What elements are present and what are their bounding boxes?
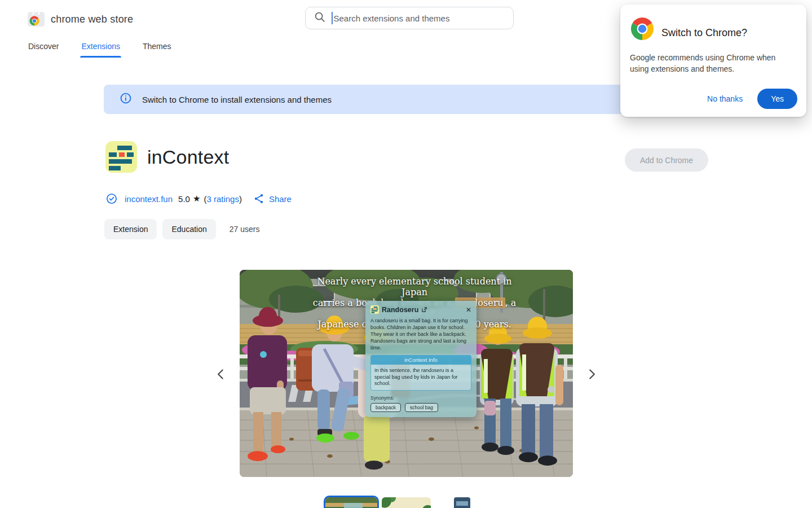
- tooltip-info-text: In this sentence, the randoseru is a spe…: [370, 365, 471, 391]
- info-icon: [120, 92, 132, 107]
- chrome-logo-icon: [630, 16, 655, 43]
- extension-meta-row: incontext.fun 5.0 ★ ( 3 ratings ) Share: [105, 191, 292, 207]
- store-bag-icon: [27, 9, 45, 29]
- carousel-prev-button[interactable]: [210, 363, 232, 386]
- thumbnail-2[interactable]: [382, 497, 431, 508]
- search-icon: [314, 11, 326, 25]
- ratings-link[interactable]: 3 ratings: [206, 194, 239, 204]
- category-row: Extension Education 27 users: [104, 219, 259, 239]
- tab-themes[interactable]: Themes: [142, 40, 173, 58]
- star-icon: ★: [193, 194, 200, 204]
- synonym-chip: backpack: [370, 403, 401, 412]
- tooltip-info-header: inContext Info: [370, 355, 471, 365]
- extension-icon: [105, 141, 137, 173]
- banner-message: Switch to Chrome to install extensions a…: [142, 95, 332, 104]
- chrome-web-store-page: chrome web store Discover Extensions The…: [0, 0, 812, 508]
- carousel-next-button[interactable]: [580, 363, 603, 386]
- switch-to-chrome-dialog: Switch to Chrome? Google recommends usin…: [620, 5, 806, 117]
- store-logo-label: chrome web store: [51, 14, 133, 25]
- external-link-icon: [421, 306, 427, 313]
- tab-extensions[interactable]: Extensions: [80, 40, 121, 58]
- users-count: 27 users: [230, 225, 260, 234]
- website-link[interactable]: incontext.fun: [125, 194, 173, 204]
- dialog-actions: No thanks Yes: [707, 89, 797, 109]
- tooltip-synonyms-label: Synonyms:: [370, 395, 471, 401]
- primary-nav: Discover Extensions Themes: [27, 40, 173, 58]
- dialog-title: Switch to Chrome?: [661, 27, 747, 39]
- search-bar[interactable]: [305, 7, 514, 29]
- tooltip-close-icon: ✕: [466, 306, 471, 313]
- extension-title: inContext: [147, 141, 229, 173]
- tooltip-synonyms: backpack school bag: [370, 403, 471, 412]
- chip-extension[interactable]: Extension: [104, 219, 157, 239]
- ratings-paren-close: ): [239, 194, 242, 204]
- add-to-chrome-button: Add to Chrome: [625, 148, 708, 172]
- share-label: Share: [269, 194, 292, 204]
- search-input[interactable]: [334, 14, 506, 23]
- share-icon: [253, 193, 264, 204]
- rating-value: 5.0: [178, 194, 190, 204]
- yes-button[interactable]: Yes: [757, 89, 797, 109]
- incontext-mini-icon: [370, 305, 379, 314]
- switch-to-chrome-banner: Switch to Chrome to install extensions a…: [104, 85, 708, 114]
- synonym-chip: school bag: [405, 403, 438, 412]
- chevron-left-icon: [214, 367, 228, 382]
- thumbnail-1-preview: [325, 497, 377, 508]
- carousel-screenshot[interactable]: Nearly every elementary school student i…: [240, 270, 573, 477]
- tooltip-definition: A randoseru is a small bag. It is for ca…: [370, 317, 471, 351]
- thumbnail-1-selected[interactable]: [324, 496, 379, 508]
- no-thanks-button[interactable]: No thanks: [707, 94, 743, 103]
- tab-discover[interactable]: Discover: [27, 40, 60, 58]
- chip-education[interactable]: Education: [162, 219, 215, 239]
- text-caret: [332, 12, 333, 24]
- store-logo[interactable]: chrome web store: [27, 9, 133, 29]
- tooltip-title: Randoseru: [382, 306, 418, 314]
- verified-badge-icon: [105, 192, 118, 205]
- chevron-right-icon: [584, 367, 599, 382]
- dialog-body: Google recommends using Chrome when usin…: [630, 52, 795, 75]
- incontext-tooltip-card: Randoseru ✕ A randoseru is a small bag. …: [365, 301, 476, 417]
- thumbnail-3[interactable]: [454, 497, 470, 508]
- share-button[interactable]: Share: [253, 193, 292, 204]
- tooltip-header: Randoseru ✕: [370, 305, 471, 314]
